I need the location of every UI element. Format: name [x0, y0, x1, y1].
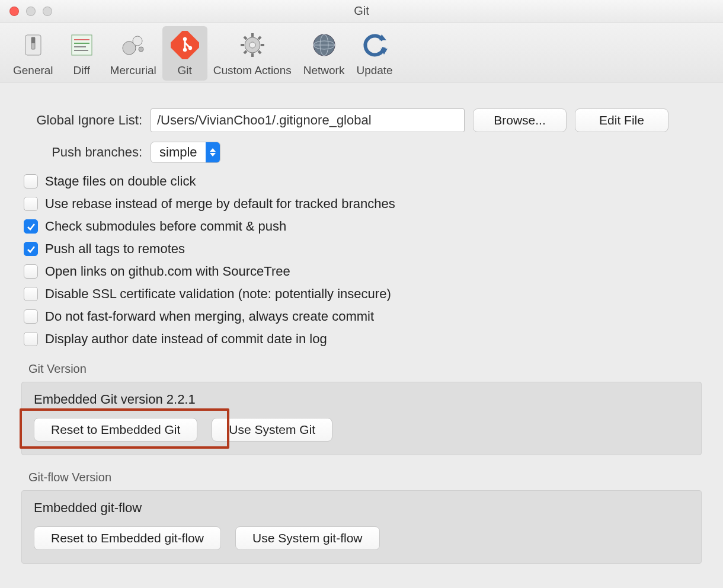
git-icon — [168, 28, 201, 62]
checkbox[interactable] — [24, 174, 38, 188]
gitflow-version-section-label: Git-flow Version — [28, 471, 702, 484]
checkbox-label: Display author date instead of commit da… — [45, 331, 327, 347]
checkbox-label: Check submodules before commit & push — [45, 219, 286, 234]
checkbox-label: Stage files on double click — [45, 174, 196, 189]
checkbox-row: Use rebase instead of merge by default f… — [24, 196, 702, 212]
checkbox-row: Display author date instead of commit da… — [24, 331, 702, 347]
toolbar-item-mercurial[interactable]: Mercurial — [104, 26, 162, 81]
general-icon — [17, 28, 50, 62]
svg-point-9 — [133, 36, 142, 46]
traffic-lights — [0, 7, 52, 16]
browse-button[interactable]: Browse... — [473, 108, 567, 132]
gitflow-version-title: Embedded git-flow — [34, 500, 689, 516]
minimize-window-button[interactable] — [26, 7, 36, 16]
checkbox[interactable] — [24, 197, 38, 211]
svg-rect-3 — [72, 35, 92, 55]
checkbox[interactable] — [24, 219, 38, 234]
checkbox[interactable] — [24, 264, 38, 279]
diff-icon — [65, 28, 98, 62]
svg-line-25 — [244, 51, 247, 53]
push-branches-label: Push branches: — [21, 145, 142, 160]
checkbox-row: Push all tags to remotes — [24, 241, 702, 257]
preferences-window: Git General Diff Mercurial Git — [0, 0, 723, 588]
checkbox-label: Push all tags to remotes — [45, 241, 185, 257]
push-branches-value: simple — [151, 145, 206, 160]
checkbox-row: Check submodules before commit & push — [24, 219, 702, 234]
global-ignore-label: Global Ignore List: — [21, 113, 142, 128]
close-window-button[interactable] — [9, 7, 19, 16]
toolbar-label: Diff — [73, 64, 90, 77]
use-system-gitflow-button[interactable]: Use System git-flow — [235, 526, 380, 550]
toolbar-label: Mercurial — [110, 64, 156, 77]
network-icon — [308, 28, 341, 62]
checkbox-row: Disable SSL certificate validation (note… — [24, 286, 702, 302]
preferences-toolbar: General Diff Mercurial Git Custom Action… — [0, 23, 723, 82]
svg-point-16 — [188, 46, 192, 50]
svg-line-23 — [244, 37, 247, 39]
checkbox-label: Use rebase instead of merge by default f… — [45, 196, 395, 212]
git-version-section: Embedded Git version 2.2.1 Reset to Embe… — [21, 382, 702, 455]
toolbar-label: Network — [303, 64, 345, 77]
checkbox-row: Do not fast-forward when merging, always… — [24, 309, 702, 324]
git-version-title: Embedded Git version 2.2.1 — [34, 392, 689, 407]
toolbar-item-general[interactable]: General — [7, 26, 59, 81]
gitflow-version-section: Embedded git-flow Reset to Embedded git-… — [21, 490, 702, 564]
svg-rect-2 — [31, 37, 35, 43]
toolbar-item-custom-actions[interactable]: Custom Actions — [207, 26, 297, 81]
checkbox[interactable] — [24, 287, 38, 301]
update-icon — [358, 28, 391, 62]
toolbar-item-network[interactable]: Network — [297, 26, 351, 81]
toolbar-label: General — [13, 64, 53, 77]
svg-point-18 — [249, 42, 255, 48]
svg-line-26 — [258, 37, 261, 39]
push-branches-select[interactable]: simple — [151, 142, 220, 163]
toolbar-label: Update — [356, 64, 392, 77]
git-version-section-label: Git Version — [28, 362, 702, 376]
gear-icon — [236, 28, 269, 62]
reset-embedded-gitflow-button[interactable]: Reset to Embedded git-flow — [34, 526, 221, 550]
checkbox-row: Open links on github.com with SourceTree — [24, 264, 702, 279]
edit-file-button[interactable]: Edit File — [575, 108, 668, 132]
mercurial-icon — [117, 28, 150, 62]
select-arrows-icon — [206, 142, 220, 162]
toolbar-label: Custom Actions — [213, 64, 292, 77]
checkbox[interactable] — [24, 242, 38, 256]
toolbar-label: Git — [178, 64, 192, 77]
global-ignore-input[interactable] — [151, 108, 465, 132]
svg-point-15 — [183, 48, 187, 52]
checkbox[interactable] — [24, 309, 38, 324]
maximize-window-button[interactable] — [43, 7, 52, 16]
svg-point-10 — [139, 47, 143, 52]
use-system-git-button[interactable]: Use System Git — [212, 418, 332, 442]
svg-line-24 — [258, 51, 261, 53]
checkbox-label: Open links on github.com with SourceTree — [45, 264, 290, 279]
checkbox-row: Stage files on double click — [24, 174, 702, 189]
checkbox-label: Disable SSL certificate validation (note… — [45, 286, 391, 302]
toolbar-item-update[interactable]: Update — [350, 26, 398, 81]
checkbox[interactable] — [24, 332, 38, 346]
window-title: Git — [0, 4, 723, 18]
checkbox-label: Do not fast-forward when merging, always… — [45, 309, 374, 324]
toolbar-item-diff[interactable]: Diff — [59, 26, 104, 81]
git-settings-panel: Global Ignore List: Browse... Edit File … — [0, 82, 723, 576]
toolbar-item-git[interactable]: Git — [162, 26, 207, 81]
reset-embedded-git-button[interactable]: Reset to Embedded Git — [34, 418, 197, 442]
titlebar: Git — [0, 0, 723, 23]
svg-point-14 — [183, 37, 187, 41]
